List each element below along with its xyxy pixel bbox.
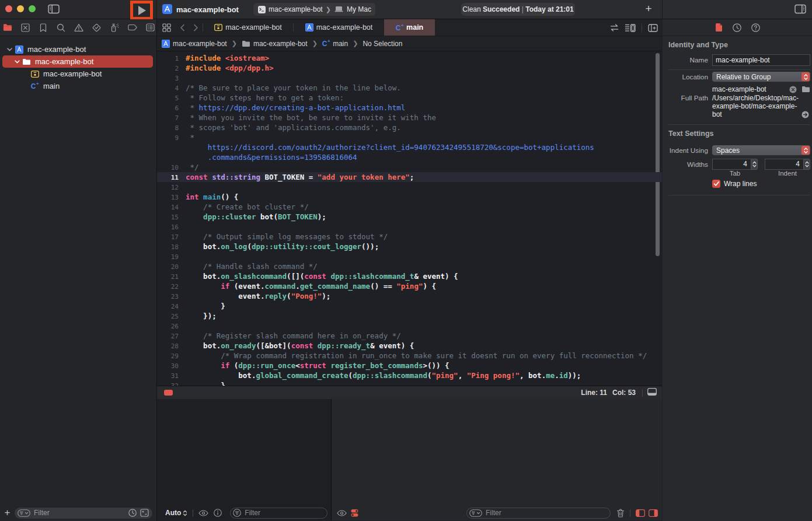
toolbar: mac-example-bot mac-example-bot ❯ My Mac… xyxy=(0,0,812,19)
tree-item-mac-example-bot[interactable]: mac-example-bot xyxy=(0,55,156,68)
breadcrumb-item[interactable]: No Selection xyxy=(363,40,402,48)
minimap-adjust-icon[interactable] xyxy=(625,24,636,32)
variables-filter-field[interactable]: Filter xyxy=(230,508,327,519)
breadcrumb-separator: ❯ xyxy=(231,40,238,47)
console-filter-field[interactable]: Filter xyxy=(466,508,611,519)
quicklook-icon[interactable] xyxy=(198,510,208,516)
show-console-icon[interactable] xyxy=(649,509,658,517)
line-number: 17 xyxy=(157,232,179,242)
code-line-2: 2#include <dpp/dpp.h> xyxy=(157,63,662,73)
show-variables-view-icon[interactable] xyxy=(636,509,645,517)
run-destination[interactable]: My Mac xyxy=(347,5,371,13)
editor-tab-mac-example-bot[interactable]: mac-example-bot xyxy=(294,19,384,36)
find-icon[interactable] xyxy=(57,21,66,34)
scheme-selector[interactable]: mac-example-bot ❯ My Mac xyxy=(253,3,375,16)
zoom-button[interactable] xyxy=(29,5,36,12)
disclosure-chevron-icon[interactable] xyxy=(6,48,13,51)
close-button[interactable] xyxy=(5,5,12,12)
source-editor[interactable]: 1#include <iostream>2#include <dpp/dpp.h… xyxy=(157,51,662,386)
file-inspector-icon[interactable] xyxy=(715,23,723,32)
folder-icon xyxy=(22,58,31,65)
debugger-toggles-icon[interactable] xyxy=(351,509,358,517)
line-number: 26 xyxy=(157,321,179,331)
cpp-file-icon: C+ xyxy=(31,82,39,90)
tree-item-mac-example-bot[interactable]: mac-example-bot xyxy=(0,68,156,80)
indent-using-dropdown[interactable]: Spaces xyxy=(712,145,810,155)
scm-status-filter-icon[interactable] xyxy=(140,509,149,517)
line-number: 28 xyxy=(157,341,179,351)
toggle-left-sidebar-icon[interactable] xyxy=(48,4,60,14)
indent-width-stepper[interactable]: 4 xyxy=(765,159,810,170)
traffic-lights xyxy=(5,5,36,12)
location-dropdown[interactable]: Relative to Group xyxy=(712,72,810,82)
reveal-arrow-icon[interactable] xyxy=(801,111,809,118)
add-file-button[interactable]: + xyxy=(0,507,15,519)
product-icon xyxy=(214,24,222,31)
quicklook-icon[interactable] xyxy=(337,510,347,516)
filter-placeholder: Filter xyxy=(486,509,501,517)
name-field[interactable]: mac-example-bot xyxy=(712,54,810,66)
toggle-right-sidebar-icon[interactable] xyxy=(794,4,806,14)
code-line-30: 30 if (dpp::run_once<struct register_bot… xyxy=(157,361,662,370)
breadcrumb-separator: ❯ xyxy=(351,40,359,47)
activity-status[interactable]: Clean Succeeded | Today at 21:01 xyxy=(461,3,575,16)
info-icon[interactable] xyxy=(214,509,222,517)
project-navigator-icon[interactable] xyxy=(3,21,12,34)
disclosure-chevron-icon[interactable] xyxy=(13,60,21,64)
bookmarks-icon[interactable] xyxy=(39,21,48,34)
trash-icon[interactable] xyxy=(616,509,625,517)
add-editor-icon[interactable] xyxy=(648,24,658,32)
tree-item-mac-example-bot[interactable]: mac-example-bot xyxy=(0,43,156,55)
stepper-icon[interactable] xyxy=(803,159,810,170)
help-inspector-icon[interactable] xyxy=(751,23,760,32)
clear-location-icon[interactable] xyxy=(789,86,797,93)
toolbar-left-section xyxy=(0,0,157,19)
line-number: 2 xyxy=(157,63,179,73)
tab-width-stepper[interactable]: 4 xyxy=(712,159,758,170)
reports-icon[interactable] xyxy=(145,21,155,34)
issues-icon[interactable] xyxy=(74,21,83,34)
line-number: 29 xyxy=(157,351,179,361)
editor-tab-main-active[interactable]: C+main xyxy=(384,19,435,36)
code-line-24: 24 } xyxy=(157,301,662,311)
console-view[interactable]: Filter xyxy=(332,399,662,520)
breadcrumb-label: main xyxy=(333,40,348,48)
stepper-icon[interactable] xyxy=(751,159,758,170)
scheme-name[interactable]: mac-example-bot xyxy=(269,5,323,13)
line-number: 3 xyxy=(157,73,179,83)
history-inspector-icon[interactable] xyxy=(733,23,741,32)
go-back-icon[interactable] xyxy=(176,19,189,36)
wrap-lines-checkbox[interactable] xyxy=(712,180,720,188)
tree-item-main[interactable]: C+main xyxy=(0,80,156,92)
editor-tab-mac-example-bot[interactable]: mac-example-bot xyxy=(203,19,293,36)
editor-layout-icon[interactable] xyxy=(157,19,176,36)
breadcrumb-item[interactable]: mac-example-bot xyxy=(162,40,227,48)
source-control-icon[interactable] xyxy=(21,21,30,34)
line-number xyxy=(157,152,179,162)
breadcrumb-item[interactable]: mac-example-bot xyxy=(242,40,308,48)
recent-files-icon[interactable] xyxy=(128,509,137,517)
line-number: 14 xyxy=(157,202,179,212)
tests-icon[interactable] xyxy=(92,21,102,34)
line-number: 24 xyxy=(157,301,179,311)
minimize-button[interactable] xyxy=(17,5,24,12)
code-line-14: 14 /* Create bot cluster */ xyxy=(157,202,662,212)
code-line-28: 28 bot.on_ready([&bot](const dpp::ready_… xyxy=(157,341,662,351)
debug-icon[interactable] xyxy=(110,21,119,34)
code-review-icon[interactable] xyxy=(610,24,619,32)
breakpoint-toggle-icon[interactable] xyxy=(164,390,173,396)
go-forward-icon[interactable] xyxy=(189,19,203,36)
breakpoints-icon[interactable] xyxy=(128,21,137,34)
variables-scope-dropdown[interactable]: Auto xyxy=(165,509,187,517)
product-icon xyxy=(31,71,39,78)
breadcrumb-item[interactable]: C+main xyxy=(322,39,348,48)
library-add-button[interactable]: + xyxy=(642,2,656,16)
editor-tab-bar: mac-example-botmac-example-botC+main xyxy=(157,19,662,36)
project-icon xyxy=(162,40,170,48)
choose-folder-icon[interactable] xyxy=(801,86,810,93)
navigator-filter-field[interactable]: Filter xyxy=(15,508,152,519)
dropdown-stepper-icon xyxy=(801,72,810,81)
hide-debug-area-icon[interactable] xyxy=(647,388,657,396)
code-line-16: 16 xyxy=(157,222,662,232)
run-button[interactable] xyxy=(138,6,146,15)
